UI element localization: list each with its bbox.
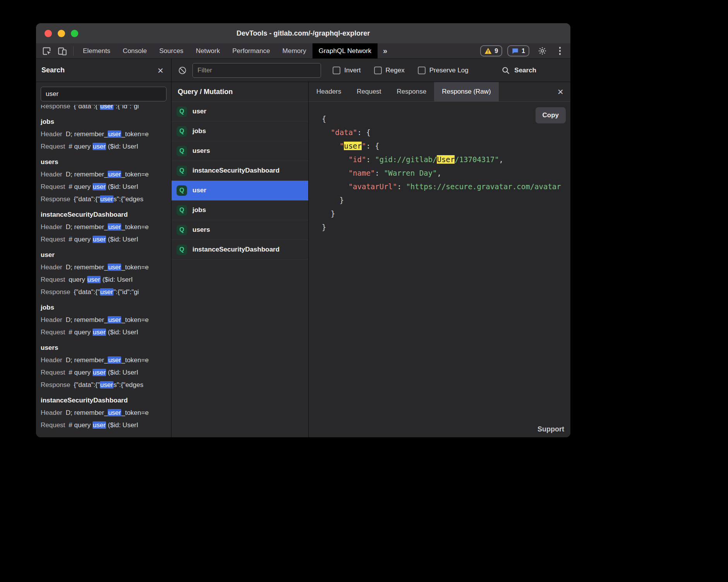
search-match-highlight: user: [93, 369, 106, 376]
result-field-label: Header: [41, 356, 62, 364]
copy-button[interactable]: Copy: [536, 107, 566, 123]
search-result-line[interactable]: Request# query user ($id: UserI: [36, 326, 171, 339]
checkbox-regex[interactable]: Regex: [374, 67, 405, 74]
search-result-group: instanceSecurityDashboard: [36, 391, 171, 407]
issues-badge[interactable]: 1: [507, 45, 529, 56]
query-list-item[interactable]: QinstanceSecurityDashboard: [172, 240, 308, 260]
search-match-highlight: user: [100, 381, 113, 389]
toolbar-search-label: Search: [514, 67, 536, 74]
search-result-line[interactable]: Request# query user ($id: UserI: [36, 233, 171, 246]
json-token: ,: [499, 155, 503, 164]
clear-icon[interactable]: [178, 66, 187, 75]
query-label: user: [192, 108, 206, 115]
warnings-badge[interactable]: 9: [480, 45, 502, 56]
window-title: DevTools - gitlab.com/-/graphql-explorer: [36, 29, 570, 38]
result-text: # query: [69, 369, 92, 376]
search-result-line[interactable]: Request# query user ($id: UserI: [36, 140, 171, 153]
support-link[interactable]: Support: [537, 425, 564, 433]
json-line: "data": {: [322, 126, 570, 139]
checkbox-box[interactable]: [333, 67, 340, 74]
kebab-menu-icon[interactable]: [555, 47, 565, 55]
search-result-line[interactable]: Request# query user ($id: UserI: [36, 419, 171, 431]
search-result-line[interactable]: HeaderD; remember_user_token=e: [36, 221, 171, 233]
search-result-line[interactable]: Response{"data":{"users":{"edges: [36, 379, 171, 391]
search-result-line[interactable]: HeaderD; remember_user_token=e: [36, 128, 171, 140]
search-close-icon[interactable]: ×: [158, 65, 163, 75]
json-line: "name": "Warren Day",: [322, 166, 570, 180]
result-text: {"data":{": [74, 381, 100, 389]
checkbox-preserve-log[interactable]: Preserve Log: [418, 67, 469, 74]
result-text: _token=e: [121, 409, 148, 416]
toolbar-search-button[interactable]: Search: [501, 66, 536, 75]
search-match-highlight: user: [93, 329, 106, 336]
json-line: }: [322, 193, 570, 207]
search-results-list: Response{"data":{"user":{"id":"gijobsHea…: [36, 105, 171, 437]
result-field-label: Request: [41, 421, 65, 429]
query-list: QuserQjobsQusersQinstanceSecurityDashboa…: [172, 102, 308, 260]
detail-close-icon[interactable]: ×: [558, 87, 570, 97]
search-result-text: HeaderD; remember_user_token=e: [41, 409, 149, 416]
zoom-window-button[interactable]: [71, 30, 78, 37]
detail-tab-request[interactable]: Request: [349, 82, 389, 101]
search-match-highlight: user: [344, 142, 362, 150]
devtools-tab-elements[interactable]: Elements: [77, 43, 117, 58]
search-match-highlight: user: [108, 356, 121, 364]
close-window-button[interactable]: [45, 30, 52, 37]
search-results-panel: Response{"data":{"user":{"id":"gijobsHea…: [36, 82, 172, 437]
detail-tab-response[interactable]: Response: [389, 82, 434, 101]
json-viewer: { "data": { "user": { "id": "gid://gitla…: [309, 102, 570, 234]
query-list-item[interactable]: Qjobs: [172, 200, 308, 220]
detail-tab-response-raw[interactable]: Response (Raw): [434, 82, 499, 101]
search-result-line[interactable]: Response{"data":{"user":{"id":"gi: [36, 286, 171, 298]
filter-bar: InvertRegexPreserve Log Search: [172, 59, 570, 82]
settings-gear-icon[interactable]: [534, 46, 550, 56]
json-token: :: [397, 182, 406, 191]
search-result-line[interactable]: Request# query user ($id: UserI: [36, 181, 171, 193]
checkbox-box[interactable]: [374, 67, 382, 74]
devtools-tab-performance[interactable]: Performance: [226, 43, 276, 58]
devtools-tab-console[interactable]: Console: [117, 43, 153, 58]
search-result-line[interactable]: HeaderD; remember_user_token=e: [36, 354, 171, 366]
search-result-text: Request# query user ($id: UserI: [41, 329, 138, 336]
devtools-tab-graphql-network[interactable]: GraphQL Network: [312, 43, 378, 58]
query-list-item[interactable]: Quser: [172, 181, 308, 200]
minimize-window-button[interactable]: [58, 30, 65, 37]
detail-tab-headers[interactable]: Headers: [309, 82, 349, 101]
search-result-group: users: [36, 153, 171, 168]
query-list-item[interactable]: Qjobs: [172, 122, 308, 141]
devtools-tab-memory[interactable]: Memory: [276, 43, 312, 58]
query-list-item[interactable]: Qusers: [172, 141, 308, 161]
warning-count: 9: [494, 48, 498, 55]
search-result-line[interactable]: Request# query user ($id: UserI: [36, 366, 171, 379]
search-result-group: instanceSecurityDashboard: [36, 205, 171, 221]
search-result-line[interactable]: HeaderD; remember_user_token=e: [36, 261, 171, 274]
search-result-line[interactable]: HeaderD; remember_user_token=e: [36, 314, 171, 326]
titlebar: DevTools - gitlab.com/-/graphql-explorer: [36, 23, 570, 43]
checkbox-box[interactable]: [418, 67, 426, 74]
search-result-line[interactable]: HeaderD; remember_user_token=e: [36, 168, 171, 181]
detail-tabs: HeadersRequestResponseResponse (Raw): [309, 82, 499, 101]
search-result-line[interactable]: Requestquery user ($id: UserI: [36, 274, 171, 286]
result-text: query: [69, 276, 87, 283]
json-token: :: [375, 169, 384, 177]
json-line: {: [322, 112, 570, 126]
query-list-item[interactable]: QinstanceSecurityDashboard: [172, 161, 308, 181]
search-input[interactable]: [41, 87, 167, 101]
query-list-item[interactable]: Qusers: [172, 220, 308, 240]
inspect-element-icon[interactable]: [39, 43, 55, 58]
devtools-tab-network[interactable]: Network: [190, 43, 226, 58]
device-toolbar-icon[interactable]: [55, 43, 70, 58]
checkbox-invert[interactable]: Invert: [333, 67, 361, 74]
more-tabs-button[interactable]: »: [378, 43, 393, 58]
search-match-highlight: user: [93, 421, 106, 429]
query-list-item[interactable]: Quser: [172, 102, 308, 122]
filter-input[interactable]: [192, 63, 321, 78]
json-token: }: [322, 209, 335, 218]
result-text: {"data":{": [74, 195, 100, 203]
devtools-tab-sources[interactable]: Sources: [153, 43, 189, 58]
search-result-line[interactable]: Response{"data":{"users":{"edges: [36, 193, 171, 205]
search-result-line[interactable]: Response{"data":{"user":{"id":"gi: [36, 105, 171, 113]
search-result-line[interactable]: HeaderD; remember_user_token=e: [36, 407, 171, 419]
panel-toolbar-row: Search × InvertRegexPreserve Log Search: [36, 59, 570, 82]
toolbar-right-controls: 9 1: [480, 43, 570, 58]
